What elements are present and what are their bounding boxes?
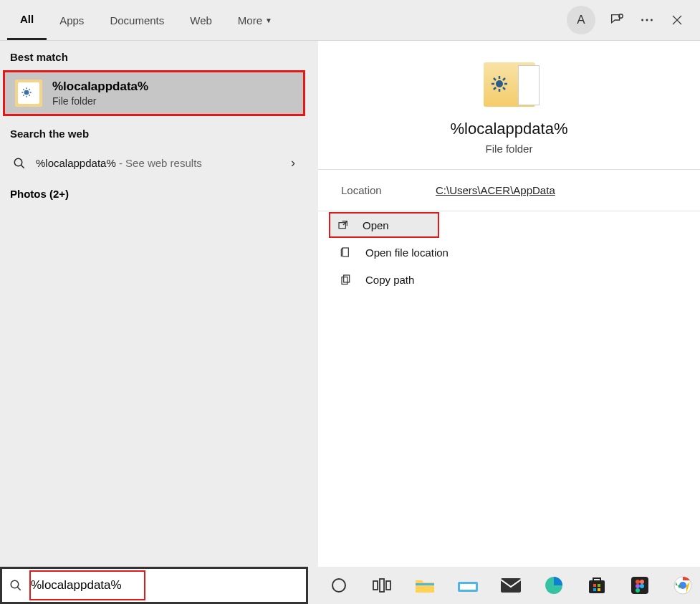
task-view-icon[interactable]: [371, 575, 393, 596]
svg-point-29: [636, 584, 640, 588]
preview-subtitle: File folder: [486, 143, 533, 155]
folder-icon: [15, 80, 42, 107]
copy-icon: [340, 273, 353, 286]
svg-rect-22: [593, 584, 596, 587]
svg-rect-18: [460, 584, 476, 590]
svg-point-5: [14, 158, 22, 166]
web-hint: - See web results: [116, 157, 202, 169]
svg-point-2: [646, 19, 648, 21]
close-icon[interactable]: [668, 11, 686, 29]
folder-open-icon: [340, 246, 353, 259]
svg-rect-13: [373, 581, 378, 590]
action-open-label: Open: [363, 219, 389, 231]
svg-rect-16: [416, 583, 434, 585]
photos-header[interactable]: Photos (2+): [0, 179, 308, 208]
action-open[interactable]: Open: [330, 213, 438, 237]
svg-point-11: [11, 580, 19, 588]
edge-icon[interactable]: [543, 575, 565, 596]
svg-point-12: [332, 579, 345, 592]
location-row: Location C:\Users\ACER\AppData: [318, 170, 700, 211]
chrome-icon[interactable]: [672, 575, 694, 596]
search-body: Best match %localappdata% File folder Se…: [0, 41, 700, 567]
keyboard-icon[interactable]: [457, 575, 479, 596]
best-match-title: %localappdata%: [52, 80, 148, 94]
search-header: All Apps Documents Web More▼ A: [0, 0, 700, 41]
search-box[interactable]: [0, 567, 308, 604]
chevron-down-icon: ▼: [265, 16, 272, 24]
open-icon: [337, 219, 350, 231]
svg-rect-10: [342, 277, 347, 284]
search-web-header: Search the web: [0, 118, 308, 147]
store-icon[interactable]: [586, 575, 608, 596]
header-actions: A: [567, 6, 693, 34]
svg-point-3: [651, 19, 653, 21]
figma-icon[interactable]: [629, 575, 651, 596]
tab-all[interactable]: All: [7, 0, 47, 40]
svg-rect-23: [598, 584, 600, 587]
user-avatar[interactable]: A: [567, 6, 595, 34]
svg-point-30: [640, 584, 644, 588]
best-match-subtitle: File folder: [52, 95, 148, 107]
search-input[interactable]: [31, 578, 299, 593]
svg-rect-9: [344, 275, 350, 282]
svg-rect-15: [386, 581, 390, 590]
svg-rect-26: [631, 577, 648, 594]
svg-point-6: [496, 80, 503, 87]
web-query: %localappdata%: [36, 157, 116, 169]
results-panel: Best match %localappdata% File folder Se…: [0, 41, 308, 567]
action-open-location-label: Open file location: [365, 246, 449, 259]
action-copy-path[interactable]: Copy path: [318, 266, 700, 293]
svg-rect-8: [342, 248, 348, 257]
svg-point-27: [636, 580, 640, 584]
web-result-text: %localappdata% - See web results: [13, 157, 202, 170]
more-options-icon[interactable]: [638, 11, 656, 29]
best-match-result[interactable]: %localappdata% File folder: [3, 70, 305, 116]
taskbar: [0, 567, 700, 604]
mail-icon[interactable]: [500, 575, 522, 596]
taskbar-icons: [308, 575, 694, 596]
tab-more-label: More: [238, 14, 262, 27]
filter-tabs: All Apps Documents Web More▼: [7, 0, 285, 40]
tab-documents[interactable]: Documents: [97, 0, 177, 40]
preview-panel: %localappdata% File folder Location C:\U…: [318, 41, 700, 567]
preview-header: %localappdata% File folder: [318, 41, 700, 170]
location-value[interactable]: C:\Users\ACER\AppData: [436, 184, 555, 196]
svg-point-1: [641, 19, 643, 21]
search-icon: [9, 579, 24, 592]
folder-large-icon: [484, 62, 535, 107]
svg-rect-21: [589, 580, 605, 593]
search-icon: [13, 157, 26, 170]
web-result-row[interactable]: %localappdata% - See web results ›: [0, 147, 308, 179]
location-label: Location: [341, 184, 436, 196]
best-match-text: %localappdata% File folder: [52, 80, 148, 107]
feedback-icon[interactable]: [608, 11, 625, 29]
svg-rect-24: [593, 588, 596, 591]
svg-point-28: [640, 580, 644, 584]
action-open-location[interactable]: Open file location: [318, 239, 700, 266]
svg-rect-14: [380, 579, 384, 592]
tab-web[interactable]: Web: [177, 0, 225, 40]
svg-rect-25: [598, 588, 600, 591]
actions-list: Open Open file location Copy path: [318, 211, 700, 293]
action-copy-path-label: Copy path: [365, 274, 414, 286]
preview-title: %localappdata%: [451, 120, 568, 138]
file-explorer-icon[interactable]: [414, 575, 436, 596]
tab-more[interactable]: More▼: [225, 0, 285, 40]
svg-point-4: [24, 90, 29, 95]
chevron-right-icon: ›: [291, 155, 295, 171]
best-match-header: Best match: [0, 41, 308, 70]
cortana-icon[interactable]: [328, 575, 350, 596]
svg-rect-19: [501, 578, 521, 593]
svg-point-31: [636, 588, 640, 593]
tab-apps[interactable]: Apps: [47, 0, 97, 40]
